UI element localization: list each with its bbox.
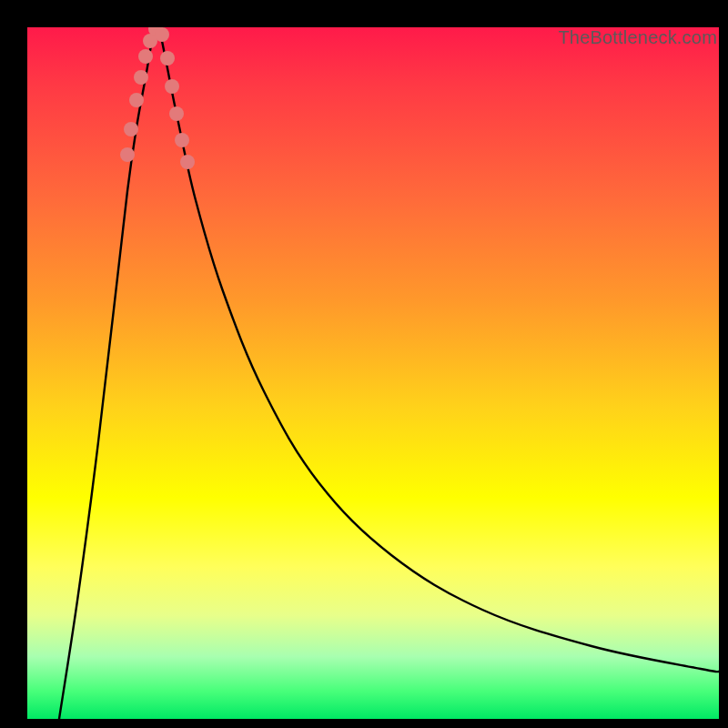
marker-point	[120, 147, 135, 162]
curve-lines	[59, 27, 719, 719]
marker-point	[129, 93, 144, 107]
marker-point	[160, 51, 175, 66]
marker-point	[124, 122, 138, 136]
marker-point	[138, 49, 153, 64]
marker-point	[134, 70, 148, 85]
series-left-branch	[59, 27, 155, 719]
chart-svg	[27, 27, 719, 719]
marker-point	[165, 79, 179, 94]
marker-point	[155, 27, 169, 42]
plot-area	[27, 27, 719, 719]
series-right-branch	[159, 27, 719, 672]
marker-point	[175, 133, 189, 147]
chart-frame: TheBottleneck.com	[0, 0, 728, 728]
marker-point	[169, 106, 184, 121]
marker-point	[180, 155, 195, 169]
